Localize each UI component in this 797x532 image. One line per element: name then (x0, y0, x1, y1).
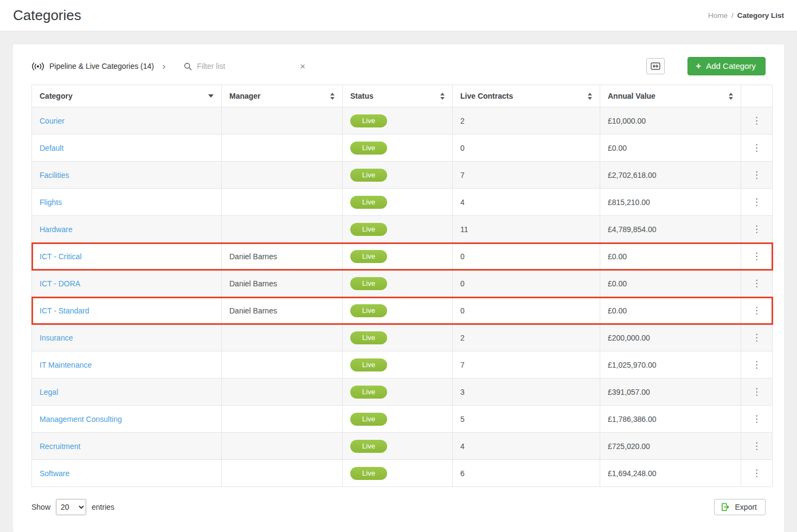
column-header-annual-value[interactable]: Annual Value (600, 85, 741, 107)
row-actions-kebab-icon[interactable]: ⋮ (752, 360, 761, 370)
category-link[interactable]: ICT - Standard (40, 306, 89, 315)
filter-input[interactable] (197, 62, 295, 70)
annual-value: £0.00 (608, 144, 627, 152)
sort-descending-icon (208, 94, 214, 98)
column-header-actions (741, 85, 773, 107)
show-label: Show (31, 503, 50, 511)
sort-icon (729, 93, 733, 100)
live-contracts-value: 2 (460, 334, 465, 342)
annual-value: £4,789,854.00 (608, 225, 657, 234)
table-row: Recruitment Live 4 £725,020.00 ⋮ (32, 433, 773, 460)
live-contracts-value: 7 (460, 171, 465, 180)
annual-value: £1,786,386.00 (608, 415, 657, 424)
expand-table-button[interactable] (646, 58, 665, 74)
status-badge: Live (350, 250, 387, 263)
status-badge: Live (350, 358, 387, 371)
category-link[interactable]: Courier (40, 117, 65, 125)
row-actions-kebab-icon[interactable]: ⋮ (752, 170, 761, 180)
table-row: Courier Live 2 £10,000.00 ⋮ (32, 107, 773, 134)
plus-icon: + (696, 61, 701, 70)
list-selector[interactable]: Pipeline & Live Categories (14) › (31, 62, 165, 70)
live-contracts-value: 7 (460, 361, 465, 369)
live-contracts-value: 0 (460, 279, 465, 288)
table-row: Insurance Live 2 £200,000.00 ⋮ (32, 324, 773, 351)
row-actions-kebab-icon[interactable]: ⋮ (752, 332, 761, 343)
category-link[interactable]: ICT - Critical (40, 252, 82, 261)
manager-name: Daniel Barnes (229, 279, 277, 288)
category-link[interactable]: Legal (40, 388, 58, 396)
search-icon (184, 62, 192, 70)
column-label-status: Status (350, 92, 374, 100)
category-link[interactable]: Software (40, 469, 69, 478)
table-row: Software Live 6 £1,694,248.00 ⋮ (32, 460, 773, 487)
row-actions-kebab-icon[interactable]: ⋮ (752, 414, 761, 424)
live-contracts-value: 4 (460, 198, 465, 207)
table-row: Flights Live 4 £815,210.00 ⋮ (32, 189, 773, 216)
live-contracts-value: 0 (460, 144, 465, 152)
status-badge: Live (350, 440, 387, 453)
row-actions-kebab-icon[interactable]: ⋮ (752, 387, 761, 397)
toolbar: Pipeline & Live Categories (14) › × + Ad… (31, 55, 766, 77)
table-row: Hardware Live 11 £4,789,854.00 ⋮ (32, 216, 773, 243)
status-badge: Live (350, 114, 387, 127)
column-header-live-contracts[interactable]: Live Contracts (453, 85, 600, 107)
status-badge: Live (350, 142, 387, 155)
row-actions-kebab-icon[interactable]: ⋮ (752, 224, 761, 234)
category-link[interactable]: Insurance (40, 334, 73, 342)
annual-value: £0.00 (608, 306, 627, 315)
clear-filter-icon[interactable]: × (300, 62, 305, 71)
entries-label: entries (92, 503, 114, 511)
page-size-control: Show 20 entries (31, 499, 114, 515)
column-header-category[interactable]: Category (32, 85, 222, 107)
category-link[interactable]: Recruitment (40, 442, 80, 451)
table-row: ICT - Standard Daniel Barnes Live 0 £0.0… (32, 297, 773, 324)
categories-card: Pipeline & Live Categories (14) › × + Ad… (13, 44, 784, 532)
category-link[interactable]: Management Consulting (40, 415, 122, 424)
row-actions-kebab-icon[interactable]: ⋮ (752, 197, 761, 207)
add-category-button[interactable]: + Add Category (687, 57, 766, 75)
page-header: Categories Home / Category List (0, 0, 797, 31)
row-actions-kebab-icon[interactable]: ⋮ (752, 441, 761, 451)
row-actions-kebab-icon[interactable]: ⋮ (752, 468, 761, 478)
annual-value: £391,057.00 (608, 388, 650, 396)
export-icon (721, 503, 730, 511)
breadcrumb-home-link[interactable]: Home (708, 11, 728, 20)
status-badge: Live (350, 413, 387, 426)
column-header-manager[interactable]: Manager (222, 85, 343, 107)
column-header-status[interactable]: Status (343, 85, 453, 107)
annual-value: £200,000.00 (608, 334, 650, 342)
row-actions-kebab-icon[interactable]: ⋮ (752, 278, 761, 289)
annual-value: £1,694,248.00 (608, 469, 657, 478)
live-contracts-value: 0 (460, 306, 465, 315)
live-contracts-value: 6 (460, 469, 465, 478)
export-label: Export (735, 503, 757, 511)
row-actions-kebab-icon[interactable]: ⋮ (752, 116, 761, 126)
table-body: Courier Live 2 £10,000.00 ⋮ Default Live… (32, 107, 773, 487)
category-link[interactable]: Hardware (40, 225, 73, 234)
category-link[interactable]: IT Maintenance (40, 361, 92, 369)
page-size-select[interactable]: 20 (56, 499, 86, 515)
status-badge: Live (350, 304, 387, 317)
category-link[interactable]: Flights (40, 198, 62, 207)
sort-icon (588, 93, 592, 100)
category-link[interactable]: ICT - DORA (40, 279, 80, 288)
row-actions-kebab-icon[interactable]: ⋮ (752, 251, 761, 261)
column-label-category: Category (40, 92, 73, 100)
manager-name: Daniel Barnes (229, 306, 277, 315)
status-badge: Live (350, 467, 387, 480)
category-link[interactable]: Facilities (40, 171, 69, 180)
status-badge: Live (350, 331, 387, 344)
row-actions-kebab-icon[interactable]: ⋮ (752, 305, 761, 316)
live-contracts-value: 0 (460, 252, 465, 261)
status-badge: Live (350, 386, 387, 399)
live-contracts-value: 11 (460, 225, 468, 234)
row-actions-kebab-icon[interactable]: ⋮ (752, 143, 761, 153)
annual-value: £2,702,618.00 (608, 171, 657, 180)
export-button[interactable]: Export (714, 499, 766, 515)
table-row: Management Consulting Live 5 £1,786,386.… (32, 406, 773, 433)
list-selector-label: Pipeline & Live Categories (14) (49, 62, 154, 70)
sort-icon (440, 93, 445, 100)
live-contracts-value: 3 (460, 388, 465, 396)
chevron-right-icon: › (162, 62, 165, 70)
category-link[interactable]: Default (40, 144, 63, 152)
